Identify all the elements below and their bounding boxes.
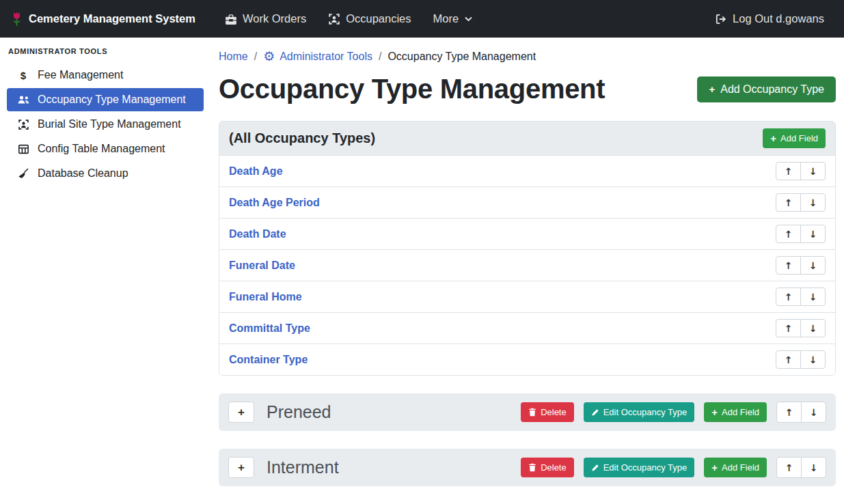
move-up-button[interactable]: ↑	[776, 288, 801, 306]
expand-section-button[interactable]: +	[228, 457, 254, 478]
reorder-button-group: ↑ ↓	[776, 256, 826, 275]
move-up-button[interactable]: ↑	[776, 457, 802, 478]
field-row: Death Age ↑ ↓	[219, 156, 835, 186]
app-brand[interactable]: Cemetery Management System	[11, 12, 195, 27]
add-field-button[interactable]: + Add Field	[763, 128, 826, 148]
sidebar-item-fee-management[interactable]: $ Fee Management	[7, 64, 204, 87]
field-link-death-age[interactable]: Death Age	[229, 165, 283, 178]
move-down-button[interactable]: ↓	[800, 288, 826, 306]
field-row: Death Age Period ↑ ↓	[219, 186, 835, 218]
move-down-button[interactable]: ↓	[800, 193, 826, 212]
field-row: Committal Type ↑ ↓	[219, 312, 835, 344]
broom-icon	[16, 168, 30, 180]
section-title: Interment	[267, 458, 339, 477]
add-field-label: Add Field	[722, 462, 759, 473]
move-up-button[interactable]: ↑	[776, 162, 801, 180]
logout-button[interactable]: Log Out d.gowans	[706, 7, 833, 31]
nav-item-more[interactable]: More	[424, 7, 482, 31]
nav-item-occupancies[interactable]: Occupancies	[319, 7, 420, 31]
chevron-down-icon	[464, 14, 473, 23]
all-occupancy-types-card: (All Occupancy Types) + Add Field Death …	[219, 121, 836, 376]
expand-section-button[interactable]: +	[228, 402, 254, 423]
delete-label: Delete	[541, 407, 567, 417]
field-link-container-type[interactable]: Container Type	[229, 354, 308, 366]
move-up-button[interactable]: ↑	[776, 225, 801, 243]
breadcrumb: Home / ⚙ Administrator Tools / Occupancy…	[219, 50, 836, 63]
pencil-icon	[591, 408, 599, 417]
add-occupancy-type-button[interactable]: + Add Occupancy Type	[697, 76, 836, 102]
all-occupancy-types-title: (All Occupancy Types)	[229, 130, 375, 146]
trash-icon	[528, 463, 536, 472]
add-field-label: Add Field	[722, 407, 759, 417]
reorder-button-group: ↑ ↓	[776, 225, 826, 243]
tulip-logo-icon	[11, 12, 23, 27]
edit-occupancy-type-button[interactable]: Edit Occupancy Type	[584, 458, 695, 477]
navbar-right: Log Out d.gowans	[706, 7, 833, 31]
field-link-funeral-date[interactable]: Funeral Date	[229, 260, 295, 272]
breadcrumb-home-link[interactable]: Home	[219, 51, 248, 63]
delete-occupancy-type-button[interactable]: Delete	[521, 402, 574, 422]
breadcrumb-admin-tools-link[interactable]: Administrator Tools	[280, 51, 372, 63]
field-row: Death Date ↑ ↓	[219, 218, 835, 249]
page-title: Occupancy Type Management	[219, 74, 605, 104]
move-down-button[interactable]: ↓	[801, 402, 826, 423]
main-layout: Administrator Tools $ Fee Management Occ…	[0, 38, 844, 504]
burial-site-icon	[16, 119, 30, 130]
delete-label: Delete	[541, 462, 567, 473]
nav-item-label: More	[433, 12, 459, 25]
move-down-button[interactable]: ↓	[801, 457, 826, 478]
sidebar-item-config-table-management[interactable]: Config Table Management	[7, 137, 204, 160]
field-link-funeral-home[interactable]: Funeral Home	[229, 291, 302, 303]
reorder-button-group: ↑ ↓	[776, 350, 826, 369]
move-down-button[interactable]: ↓	[800, 162, 826, 180]
reorder-button-group: ↑ ↓	[776, 457, 826, 478]
plus-icon: +	[770, 133, 776, 143]
plus-icon: +	[709, 84, 715, 94]
move-up-button[interactable]: ↑	[776, 319, 801, 337]
move-down-button[interactable]: ↓	[800, 350, 826, 369]
delete-occupancy-type-button[interactable]: Delete	[521, 458, 574, 477]
move-down-button[interactable]: ↓	[800, 225, 826, 243]
trash-icon	[528, 408, 536, 417]
field-link-death-age-period[interactable]: Death Age Period	[229, 197, 320, 209]
top-navbar: Cemetery Management System Work Orders O…	[0, 0, 844, 38]
add-field-button[interactable]: + Add Field	[704, 402, 767, 422]
page-title-row: Occupancy Type Management + Add Occupanc…	[219, 74, 836, 104]
section-preneed: + Preneed Delete	[219, 393, 836, 431]
add-field-button[interactable]: + Add Field	[704, 458, 767, 477]
sidebar-item-database-cleanup[interactable]: Database Cleanup	[7, 162, 204, 185]
edit-label: Edit Occupancy Type	[603, 407, 688, 417]
navbar-links: Work Orders Occupancies More	[216, 7, 482, 31]
field-row: Funeral Date ↑ ↓	[219, 249, 835, 281]
sidebar-item-occupancy-type-management[interactable]: Occupancy Type Management	[7, 88, 204, 111]
breadcrumb-separator: /	[379, 51, 381, 63]
edit-occupancy-type-button[interactable]: Edit Occupancy Type	[584, 402, 695, 422]
sidebar-item-burial-site-type-management[interactable]: Burial Site Type Management	[7, 113, 204, 136]
reorder-button-group: ↑ ↓	[776, 193, 826, 212]
move-down-button[interactable]: ↓	[800, 256, 826, 275]
move-down-button[interactable]: ↓	[800, 319, 826, 337]
toolbox-icon	[225, 13, 237, 25]
occupancy-icon	[328, 13, 340, 25]
field-link-death-date[interactable]: Death Date	[229, 228, 286, 240]
users-icon	[16, 94, 30, 105]
nav-item-work-orders[interactable]: Work Orders	[216, 7, 315, 31]
field-row: Container Type ↑ ↓	[219, 344, 835, 375]
logout-label: Log Out d.gowans	[733, 12, 824, 25]
move-up-button[interactable]: ↑	[776, 193, 801, 212]
section-actions: Delete Edit Occupancy Type + Add Field ↑	[521, 457, 826, 478]
logout-icon	[715, 13, 727, 25]
sidebar-item-label: Fee Management	[38, 69, 123, 81]
breadcrumb-separator: /	[254, 51, 257, 63]
field-link-committal-type[interactable]: Committal Type	[229, 322, 310, 335]
breadcrumb-current: Occupancy Type Management	[387, 51, 536, 63]
all-occupancy-types-header: (All Occupancy Types) + Add Field	[219, 122, 835, 156]
nav-item-label: Occupancies	[346, 12, 411, 25]
add-field-label: Add Field	[780, 133, 818, 143]
main-content: Home / ⚙ Administrator Tools / Occupancy…	[210, 38, 844, 504]
table-icon	[16, 143, 30, 155]
move-up-button[interactable]: ↑	[776, 402, 802, 423]
move-up-button[interactable]: ↑	[776, 256, 801, 275]
breadcrumb-admin-tools: ⚙ Administrator Tools	[263, 50, 372, 63]
move-up-button[interactable]: ↑	[776, 350, 801, 369]
